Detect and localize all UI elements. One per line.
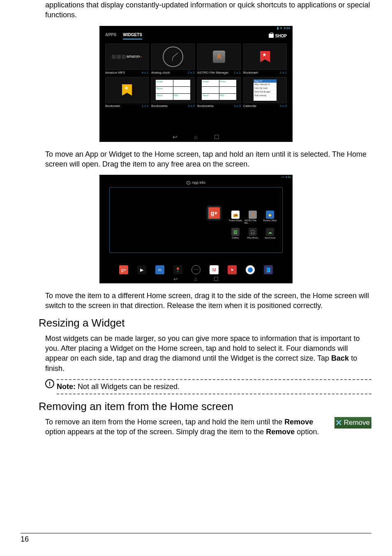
dragging-gplus-icon[interactable]: g+ xyxy=(208,207,220,219)
status-bar: ▮ ▾ 8:04 xyxy=(99,26,293,31)
drag-screenshot-wrap: ▭ 4:41 i App info g+ 📻TuneIn Radio AASTR… xyxy=(21,175,371,283)
widget-dim: 1 x 1 xyxy=(280,71,287,74)
bookmarks-tiles: Google Picasa Yahoo!MSN xyxy=(156,80,190,100)
app-info-label: App info xyxy=(192,181,205,185)
app-tunein[interactable]: 📻TuneIn Radio xyxy=(227,211,244,227)
dock-youtube-icon[interactable]: ▶ xyxy=(228,265,237,274)
widgets-screenshot: ▮ ▾ 8:04 APPS WIDGETS SHOP amazon⌣ xyxy=(99,26,293,142)
widget-dim: 1 x 1 xyxy=(142,104,149,108)
widget-cell-bookmarks-1[interactable]: Google Picasa Yahoo!MSN Bookmarks3 x 3 xyxy=(151,77,195,108)
bookmark-icon xyxy=(122,84,132,96)
tab-widgets[interactable]: WIDGETS xyxy=(123,32,142,39)
widget-name: Calendar xyxy=(243,104,256,108)
dock-play-store-icon[interactable]: ▶ xyxy=(137,265,146,274)
widget-name: Bookmarks xyxy=(151,104,168,108)
resize-paragraph: Most widgets can be made larger, so you … xyxy=(45,334,371,373)
app-info-bar[interactable]: i App info xyxy=(99,179,293,187)
home-icon[interactable]: ⌂ xyxy=(194,276,198,282)
dock-maps-icon[interactable]: 📍 xyxy=(173,265,182,274)
clock-icon xyxy=(163,46,183,67)
shop-bag-icon xyxy=(269,34,274,38)
note-box: ! Note: Not all Widgets can be resized. xyxy=(45,379,371,394)
app-polaris[interactable]: ◆Polaris Office xyxy=(262,211,278,227)
remove-pill[interactable]: ✕ Remove xyxy=(334,417,371,429)
status-bar: ▭ 4:41 xyxy=(99,175,293,179)
wifi-icon: ▾ xyxy=(280,26,282,30)
widget-name: Analog clock xyxy=(151,71,170,74)
dock-bar: g+ ▶ 31 📍 ⋯ M ▶ 🔵 📘 xyxy=(99,265,293,274)
widget-dim: 4 x 1 xyxy=(142,71,149,74)
note-exclamation-icon: ! xyxy=(45,379,54,388)
widget-cell-calendar[interactable]: Sep 27 Mike Calendar R... Daily Api meet… xyxy=(243,77,287,108)
remove-pill-label: Remove xyxy=(344,419,370,427)
note-text: Note: Not all Widgets can be resized. xyxy=(57,382,371,391)
widget-dim: 1 x 1 xyxy=(234,71,241,74)
remove-heading: Removing an item from the Home screen xyxy=(39,400,371,413)
app-play-music[interactable]: 🎧Play Music xyxy=(244,228,261,244)
widget-name: Bookmark xyxy=(243,71,258,74)
dock-apps-icon[interactable]: ⋯ xyxy=(191,265,201,274)
widget-dim: 3 x 3 xyxy=(234,104,241,108)
page-footer: 16 xyxy=(21,533,371,544)
note-divider-top xyxy=(57,379,371,380)
move-side-paragraph: To move the item to a different Home scr… xyxy=(45,291,371,311)
note-label: Note: xyxy=(57,382,76,391)
app-gallery[interactable]: 🖼Gallery xyxy=(227,228,244,244)
status-time: 4:41 xyxy=(285,176,291,178)
recents-icon[interactable]: ☐ xyxy=(214,276,219,282)
widget-cell-bookmarks-2[interactable]: GooglePicasa Yahoo!MSN Bookmarks3 x 3 xyxy=(197,77,241,108)
dock-books-icon[interactable]: 📘 xyxy=(264,265,273,274)
battery-icon: ▮ xyxy=(277,26,279,30)
battery-icon: ▭ xyxy=(281,175,284,178)
app-acercloud[interactable]: ☁AcerCloud xyxy=(262,228,278,244)
shop-button[interactable]: SHOP xyxy=(269,34,287,38)
widget-cell-bookmark-1[interactable]: Bookmark1 x 1 xyxy=(243,44,287,74)
widget-thumb: A xyxy=(197,44,241,70)
calendar-header: Sep 27 xyxy=(254,79,277,83)
dock-gplus-icon[interactable]: g+ xyxy=(119,265,128,274)
widget-dim: 3 x 3 xyxy=(188,104,195,108)
dock-chrome-icon[interactable]: 🔵 xyxy=(246,265,255,274)
back-icon[interactable]: ↩ xyxy=(173,276,178,282)
dock-gmail-icon[interactable]: M xyxy=(210,265,219,274)
remove-paragraph: To remove an item from the Home screen, … xyxy=(45,417,327,437)
note-divider-bottom xyxy=(57,394,371,394)
widget-name: Bookmark xyxy=(105,104,120,108)
recents-icon[interactable]: ☐ xyxy=(214,134,219,140)
remove-row: To remove an item from the Home screen, … xyxy=(45,417,371,437)
calendar-preview: Sep 27 Mike Calendar R... Daily Api meet… xyxy=(254,79,277,101)
home-dropzone[interactable]: g+ 📻TuneIn Radio AASTRO File Ma... ◆Pola… xyxy=(109,187,283,253)
widget-thumb xyxy=(151,44,195,70)
widgets-screenshot-wrap: ▮ ▾ 8:04 APPS WIDGETS SHOP amazon⌣ xyxy=(21,26,371,142)
next-icon xyxy=(122,55,126,59)
widget-cell-bookmark-2[interactable]: Bookmark1 x 1 xyxy=(105,77,149,108)
move-paragraph: To move an App or Widget to the Home scr… xyxy=(45,149,371,169)
status-time: 8:04 xyxy=(284,26,290,30)
app-astro[interactable]: AASTRO File Ma... xyxy=(244,211,261,227)
widget-cell-amazon-mp3[interactable]: amazon⌣ Amazon MP34 x 1 xyxy=(105,44,149,74)
play-icon xyxy=(117,55,121,59)
back-icon[interactable]: ↩ xyxy=(173,134,178,140)
widget-name: Bookmarks xyxy=(197,104,214,108)
tab-apps[interactable]: APPS xyxy=(105,32,116,39)
widget-name: Amazon MP3 xyxy=(105,71,125,74)
apps-topbar: APPS WIDGETS SHOP xyxy=(99,31,293,39)
drag-screenshot: ▭ 4:41 i App info g+ 📻TuneIn Radio AASTR… xyxy=(99,175,293,283)
remove-x-icon: ✕ xyxy=(335,419,342,427)
widget-thumb: amazon⌣ xyxy=(105,44,149,70)
amazon-logo: amazon⌣ xyxy=(127,54,142,59)
widget-cell-astro[interactable]: A ASTRO File Manager1 x 1 xyxy=(197,44,241,74)
shop-label: SHOP xyxy=(275,34,287,38)
widget-thumb: Sep 27 Mike Calendar R... Daily Api meet… xyxy=(243,77,287,103)
widget-name: ASTRO File Manager xyxy=(197,71,228,74)
back-bold: Back xyxy=(331,354,349,362)
existing-apps-grid: 📻TuneIn Radio AASTRO File Ma... ◆Polaris… xyxy=(227,211,278,244)
widget-thumb xyxy=(243,44,287,70)
intro-paragraph: applications that display constantly-upd… xyxy=(45,0,371,20)
tabs-row: APPS WIDGETS xyxy=(105,32,142,39)
prev-icon xyxy=(112,55,116,59)
astro-icon: A xyxy=(213,51,225,63)
widget-cell-analog-clock[interactable]: Analog clock2 x 2 xyxy=(151,44,195,74)
home-icon[interactable]: ⌂ xyxy=(194,134,197,140)
dock-calendar-icon[interactable]: 31 xyxy=(155,265,164,274)
